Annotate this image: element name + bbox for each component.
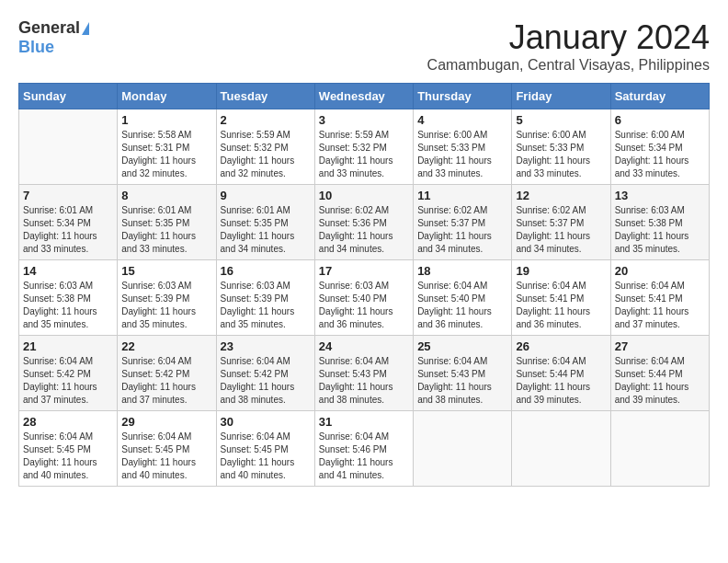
calendar-cell: 16Sunrise: 6:03 AM Sunset: 5:39 PM Dayli… [216,260,314,336]
day-number: 12 [516,189,606,202]
calendar-cell: 1Sunrise: 5:58 AM Sunset: 5:31 PM Daylig… [118,109,216,185]
calendar-cell: 9Sunrise: 6:01 AM Sunset: 5:35 PM Daylig… [216,185,314,260]
calendar-header-cell: Wednesday [314,84,413,109]
day-number: 17 [319,264,409,278]
day-number: 1 [121,113,211,127]
calendar-cell: 11Sunrise: 6:02 AM Sunset: 5:37 PM Dayli… [414,185,512,260]
calendar-header-cell: Thursday [414,84,512,109]
day-number: 22 [121,339,211,353]
day-number: 7 [23,189,113,202]
calendar-cell [610,411,709,487]
calendar-cell [414,411,512,487]
calendar-cell: 20Sunrise: 6:04 AM Sunset: 5:41 PM Dayli… [610,260,709,336]
calendar-cell: 19Sunrise: 6:04 AM Sunset: 5:41 PM Dayli… [512,260,610,336]
day-number: 15 [121,264,211,278]
day-info: Sunrise: 6:02 AM Sunset: 5:36 PM Dayligh… [319,204,409,256]
calendar-cell: 29Sunrise: 6:04 AM Sunset: 5:45 PM Dayli… [118,411,216,487]
day-info: Sunrise: 6:03 AM Sunset: 5:39 PM Dayligh… [221,280,311,331]
day-number: 18 [417,264,507,278]
day-info: Sunrise: 6:04 AM Sunset: 5:41 PM Dayligh… [516,280,606,331]
logo-blue-text: Blue [18,38,54,57]
day-info: Sunrise: 6:00 AM Sunset: 5:33 PM Dayligh… [417,129,507,180]
day-info: Sunrise: 6:04 AM Sunset: 5:43 PM Dayligh… [417,355,507,407]
day-info: Sunrise: 6:04 AM Sunset: 5:40 PM Dayligh… [417,280,507,331]
day-info: Sunrise: 6:03 AM Sunset: 5:38 PM Dayligh… [615,204,705,256]
day-number: 4 [417,113,507,127]
day-number: 2 [221,113,311,127]
day-number: 30 [221,415,311,429]
calendar-week-row: 14Sunrise: 6:03 AM Sunset: 5:38 PM Dayli… [19,260,710,336]
day-number: 26 [516,339,606,353]
day-info: Sunrise: 6:04 AM Sunset: 5:45 PM Dayligh… [121,431,211,482]
day-info: Sunrise: 6:04 AM Sunset: 5:41 PM Dayligh… [615,280,705,331]
calendar-cell: 2Sunrise: 5:59 AM Sunset: 5:32 PM Daylig… [216,109,314,185]
day-info: Sunrise: 6:00 AM Sunset: 5:34 PM Dayligh… [615,129,705,180]
day-info: Sunrise: 6:01 AM Sunset: 5:35 PM Dayligh… [121,204,211,256]
day-info: Sunrise: 5:59 AM Sunset: 5:32 PM Dayligh… [319,129,409,180]
calendar-cell: 27Sunrise: 6:04 AM Sunset: 5:44 PM Dayli… [610,336,709,411]
calendar-cell: 5Sunrise: 6:00 AM Sunset: 5:33 PM Daylig… [512,109,610,185]
day-info: Sunrise: 6:03 AM Sunset: 5:38 PM Dayligh… [23,280,113,331]
day-number: 13 [615,189,705,202]
day-info: Sunrise: 6:02 AM Sunset: 5:37 PM Dayligh… [417,204,507,256]
calendar-cell: 30Sunrise: 6:04 AM Sunset: 5:45 PM Dayli… [216,411,314,487]
day-number: 20 [615,264,705,278]
day-number: 8 [121,189,211,202]
day-info: Sunrise: 6:00 AM Sunset: 5:33 PM Dayligh… [516,129,606,180]
day-number: 16 [221,264,311,278]
day-info: Sunrise: 6:04 AM Sunset: 5:42 PM Dayligh… [121,355,211,407]
header: General Blue January 2024 Camambugan, Ce… [18,18,710,74]
day-info: Sunrise: 6:04 AM Sunset: 5:46 PM Dayligh… [319,431,409,482]
day-info: Sunrise: 6:01 AM Sunset: 5:34 PM Dayligh… [23,204,113,256]
calendar-cell: 26Sunrise: 6:04 AM Sunset: 5:44 PM Dayli… [512,336,610,411]
calendar-cell: 18Sunrise: 6:04 AM Sunset: 5:40 PM Dayli… [414,260,512,336]
calendar-week-row: 21Sunrise: 6:04 AM Sunset: 5:42 PM Dayli… [19,336,710,411]
calendar-cell: 15Sunrise: 6:03 AM Sunset: 5:39 PM Dayli… [118,260,216,336]
calendar-week-row: 28Sunrise: 6:04 AM Sunset: 5:45 PM Dayli… [19,411,710,487]
calendar-header-cell: Friday [512,84,610,109]
calendar-header-cell: Monday [118,84,216,109]
calendar-cell [19,109,118,185]
day-number: 5 [516,113,606,127]
title-section: January 2024 Camambugan, Central Visayas… [427,18,710,74]
day-number: 14 [23,264,113,278]
day-info: Sunrise: 6:04 AM Sunset: 5:44 PM Dayligh… [516,355,606,407]
day-number: 11 [417,189,507,202]
calendar-cell [512,411,610,487]
location-title: Camambugan, Central Visayas, Philippines [427,57,710,74]
month-title: January 2024 [427,18,710,57]
calendar-header-row: SundayMondayTuesdayWednesdayThursdayFrid… [19,84,710,109]
calendar-cell: 24Sunrise: 6:04 AM Sunset: 5:43 PM Dayli… [314,336,413,411]
calendar-cell: 10Sunrise: 6:02 AM Sunset: 5:36 PM Dayli… [314,185,413,260]
day-info: Sunrise: 6:04 AM Sunset: 5:45 PM Dayligh… [221,431,311,482]
day-number: 6 [615,113,705,127]
calendar-cell: 23Sunrise: 6:04 AM Sunset: 5:42 PM Dayli… [216,336,314,411]
logo-general-text: General [18,18,80,38]
day-number: 28 [23,415,113,429]
day-info: Sunrise: 6:03 AM Sunset: 5:40 PM Dayligh… [319,280,409,331]
day-info: Sunrise: 6:04 AM Sunset: 5:42 PM Dayligh… [23,355,113,407]
logo-triangle-icon [82,22,89,35]
day-number: 27 [615,339,705,353]
calendar-cell: 13Sunrise: 6:03 AM Sunset: 5:38 PM Dayli… [610,185,709,260]
calendar-week-row: 7Sunrise: 6:01 AM Sunset: 5:34 PM Daylig… [19,185,710,260]
day-number: 24 [319,339,409,353]
calendar-cell: 21Sunrise: 6:04 AM Sunset: 5:42 PM Dayli… [19,336,118,411]
calendar-cell: 7Sunrise: 6:01 AM Sunset: 5:34 PM Daylig… [19,185,118,260]
calendar-cell: 14Sunrise: 6:03 AM Sunset: 5:38 PM Dayli… [19,260,118,336]
day-info: Sunrise: 6:04 AM Sunset: 5:42 PM Dayligh… [221,355,311,407]
day-info: Sunrise: 6:01 AM Sunset: 5:35 PM Dayligh… [221,204,311,256]
day-info: Sunrise: 6:04 AM Sunset: 5:44 PM Dayligh… [615,355,705,407]
calendar-cell: 12Sunrise: 6:02 AM Sunset: 5:37 PM Dayli… [512,185,610,260]
calendar-body: 1Sunrise: 5:58 AM Sunset: 5:31 PM Daylig… [19,109,710,487]
day-number: 29 [121,415,211,429]
calendar-week-row: 1Sunrise: 5:58 AM Sunset: 5:31 PM Daylig… [19,109,710,185]
calendar-cell: 6Sunrise: 6:00 AM Sunset: 5:34 PM Daylig… [610,109,709,185]
day-number: 9 [221,189,311,202]
day-info: Sunrise: 6:04 AM Sunset: 5:45 PM Dayligh… [23,431,113,482]
day-info: Sunrise: 5:58 AM Sunset: 5:31 PM Dayligh… [121,129,211,180]
logo: General Blue [18,18,89,57]
day-info: Sunrise: 6:04 AM Sunset: 5:43 PM Dayligh… [319,355,409,407]
calendar-cell: 17Sunrise: 6:03 AM Sunset: 5:40 PM Dayli… [314,260,413,336]
calendar-cell: 4Sunrise: 6:00 AM Sunset: 5:33 PM Daylig… [414,109,512,185]
